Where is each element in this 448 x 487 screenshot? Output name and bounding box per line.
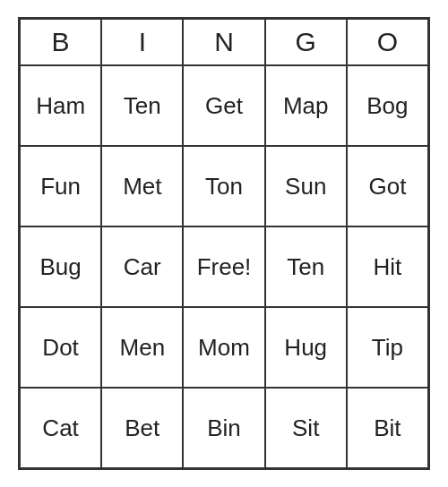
row-0: HamTenGetMapBog xyxy=(20,65,428,146)
header-cell-i: I xyxy=(101,19,183,65)
cell-r1-c1: Met xyxy=(101,146,183,226)
row-3: DotMenMomHugTip xyxy=(20,307,428,388)
cell-r1-c0: Fun xyxy=(20,146,101,226)
cell-r4-c1: Bet xyxy=(101,388,183,468)
header-cell-g: G xyxy=(265,19,347,65)
cell-r1-c2: Ton xyxy=(183,146,264,226)
cell-r0-c0: Ham xyxy=(20,65,101,146)
header-cell-n: N xyxy=(183,19,264,65)
header-cell-o: O xyxy=(347,19,428,65)
row-4: CatBetBinSitBit xyxy=(20,388,428,468)
cell-r2-c3: Ten xyxy=(265,226,347,307)
cell-r3-c0: Dot xyxy=(20,307,101,388)
cell-r0-c1: Ten xyxy=(101,65,183,146)
cell-r4-c4: Bit xyxy=(347,388,428,468)
cell-r0-c4: Bog xyxy=(347,65,428,146)
cell-r4-c2: Bin xyxy=(183,388,264,468)
cell-r4-c3: Sit xyxy=(265,388,347,468)
cell-r2-c0: Bug xyxy=(20,226,101,307)
cell-r3-c1: Men xyxy=(101,307,183,388)
row-2: BugCarFree!TenHit xyxy=(20,226,428,307)
cell-r2-c1: Car xyxy=(101,226,183,307)
bingo-card: BINGO HamTenGetMapBogFunMetTonSunGotBugC… xyxy=(18,17,430,470)
cell-r1-c4: Got xyxy=(347,146,428,226)
header-row: BINGO xyxy=(20,19,428,65)
cell-r1-c3: Sun xyxy=(265,146,347,226)
cell-r0-c3: Map xyxy=(265,65,347,146)
cell-r0-c2: Get xyxy=(183,65,264,146)
cell-r2-c4: Hit xyxy=(347,226,428,307)
cell-r3-c4: Tip xyxy=(347,307,428,388)
header-cell-b: B xyxy=(20,19,101,65)
row-1: FunMetTonSunGot xyxy=(20,146,428,226)
cell-r3-c3: Hug xyxy=(265,307,347,388)
cell-r2-c2: Free! xyxy=(183,226,264,307)
cell-r3-c2: Mom xyxy=(183,307,264,388)
cell-r4-c0: Cat xyxy=(20,388,101,468)
